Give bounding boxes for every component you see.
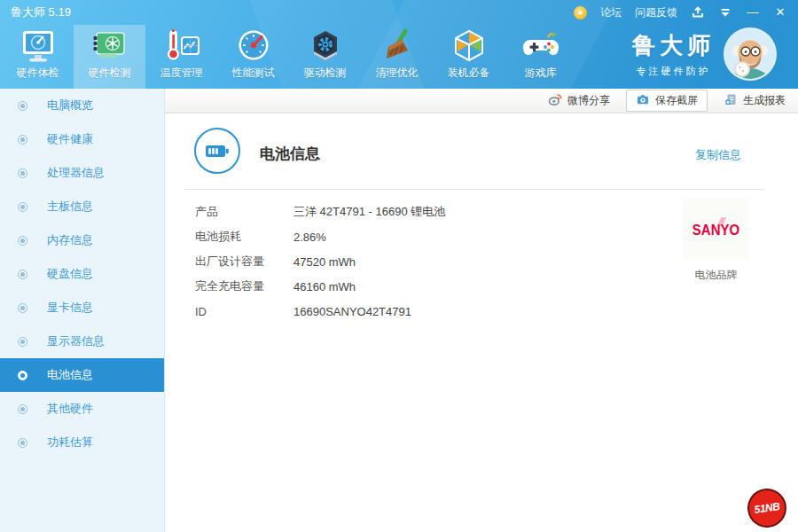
table-row: 电池损耗2.86% <box>195 224 585 249</box>
sidebar-item-memory-info[interactable]: 内存信息 <box>0 223 164 257</box>
action-bar: 微博分享 保存截屏 生成报表 <box>165 89 798 113</box>
gamepad-icon <box>521 27 560 65</box>
row-value: 2.86% <box>293 231 326 244</box>
radio-icon <box>18 270 27 279</box>
radio-icon <box>18 236 27 246</box>
51nb-watermark-logo: 51NB <box>745 486 789 530</box>
app-title: 鲁大师 5.19 <box>11 4 71 20</box>
broom-icon <box>378 27 417 65</box>
toolbar-item-label: 装机必备 <box>448 66 490 81</box>
weibo-icon <box>548 92 562 109</box>
watermark-text: 51NB <box>754 500 780 516</box>
sidebar-item-display-info[interactable]: 显示器信息 <box>0 325 164 358</box>
row-value: 47520 mWh <box>293 255 356 269</box>
weibo-share-button[interactable]: 微博分享 <box>548 92 610 109</box>
table-row: ID16690SANYO42T4791 <box>195 299 585 324</box>
share-icon[interactable] <box>691 5 705 20</box>
radio-icon <box>18 101 27 111</box>
close-icon[interactable]: ✕ <box>773 5 787 20</box>
sidebar-item-label: 硬盘信息 <box>47 266 93 282</box>
save-screenshot-label: 保存截屏 <box>655 93 698 108</box>
toolbar-item-label: 硬件检测 <box>89 66 131 81</box>
gpu-card-icon <box>90 27 129 65</box>
radio-icon <box>18 303 27 313</box>
toolbar-item-temperature[interactable]: 温度管理 <box>145 25 217 89</box>
sidebar-item-label: 功耗估算 <box>47 434 93 450</box>
toolbar-item-games[interactable]: 游戏库 <box>505 25 576 89</box>
table-row: 出厂设计容量47520 mWh <box>195 249 585 274</box>
feedback-link[interactable]: 问题反馈 <box>635 5 677 20</box>
toolbar-item-hardware-detect[interactable]: 硬件检测 <box>74 25 145 89</box>
toolbar-item-cleanup[interactable]: 清理优化 <box>361 25 433 89</box>
mascot-avatar <box>725 29 775 79</box>
radio-icon <box>18 337 27 347</box>
toolbar-item-label: 游戏库 <box>525 66 557 81</box>
row-label: 完全充电容量 <box>195 278 293 294</box>
toolbar-item-label: 驱动检测 <box>304 66 347 81</box>
generate-report-button[interactable]: 生成报表 <box>724 92 786 109</box>
toolbar-item-driver[interactable]: 驱动检测 <box>289 25 361 89</box>
sidebar-item-motherboard-info[interactable]: 主板信息 <box>0 190 164 223</box>
sidebar-item-label: 电脑概览 <box>47 98 93 113</box>
gauge-icon <box>234 27 273 65</box>
sidebar-item-label: 处理器信息 <box>47 165 105 181</box>
sidebar-item-power-estimate[interactable]: 功耗估算 <box>0 426 164 459</box>
row-value: 三洋 42T4791 - 16690 锂电池 <box>293 204 445 220</box>
row-label: 出厂设计容量 <box>195 254 293 270</box>
menu-arrow-icon[interactable] <box>718 5 732 20</box>
sanyo-logo-text: SANYO <box>692 220 739 237</box>
save-screenshot-button[interactable]: 保存截屏 <box>626 90 708 112</box>
cube-icon <box>450 27 489 65</box>
table-row: 完全充电容量46160 mWh <box>195 274 585 299</box>
sidebar-item-label: 电池信息 <box>47 367 93 383</box>
toolbar-item-label: 清理优化 <box>376 66 419 81</box>
brand-name: 鲁大师 <box>632 30 715 61</box>
radio-selected-icon <box>18 371 27 380</box>
battery-info-panel: 电池信息 复制信息 产品三洋 42T4791 - 16690 锂电池 电池损耗2… <box>165 113 798 532</box>
radio-icon <box>18 135 27 145</box>
brand-slogan: 专注硬件防护 <box>632 65 715 78</box>
sidebar-item-cpu-info[interactable]: 处理器信息 <box>0 156 164 190</box>
thermometer-chart-icon <box>162 27 201 65</box>
radio-icon <box>18 202 27 212</box>
sidebar: 电脑概览 硬件健康 处理器信息 主板信息 内存信息 硬盘信息 显卡信息 显示器信… <box>0 89 165 532</box>
medal-icon[interactable] <box>574 6 587 20</box>
row-value: 16690SANYO42T4791 <box>293 305 411 318</box>
forum-link[interactable]: 论坛 <box>600 5 622 20</box>
toolbar-item-hardware-checkup[interactable]: 硬件体检 <box>2 25 74 89</box>
toolbar-item-label: 硬件体检 <box>17 66 59 81</box>
camera-icon <box>636 92 650 109</box>
sidebar-item-battery-info[interactable]: 电池信息 <box>0 358 164 392</box>
toolbar-item-essentials[interactable]: 装机必备 <box>433 25 505 89</box>
table-row: 产品三洋 42T4791 - 16690 锂电池 <box>195 200 585 224</box>
monitor-scan-icon <box>19 27 58 65</box>
row-label: 电池损耗 <box>195 229 293 245</box>
toolbar-item-label: 温度管理 <box>160 66 203 81</box>
titlebar: 鲁大师 5.19 论坛 问题反馈 — ✕ <box>0 0 798 25</box>
sidebar-item-hardware-health[interactable]: 硬件健康 <box>0 122 164 156</box>
generate-report-label: 生成报表 <box>743 93 786 108</box>
sidebar-item-gpu-info[interactable]: 显卡信息 <box>0 291 164 325</box>
gear-hexagon-icon <box>306 27 345 65</box>
copy-info-link[interactable]: 复制信息 <box>695 147 741 163</box>
page-title: 电池信息 <box>260 144 320 164</box>
battery-icon <box>194 128 240 174</box>
sidebar-item-disk-info[interactable]: 硬盘信息 <box>0 257 164 291</box>
sidebar-item-label: 硬件健康 <box>47 131 93 147</box>
radio-icon <box>18 438 27 448</box>
weibo-share-label: 微博分享 <box>567 93 610 108</box>
app-header: 鲁大师 5.19 论坛 问题反馈 — ✕ 硬件体检 硬件检测 <box>0 0 798 89</box>
radio-icon <box>18 404 27 414</box>
row-label: ID <box>195 305 293 318</box>
row-value: 46160 mWh <box>293 280 356 293</box>
radio-icon <box>18 168 27 178</box>
toolbar-item-performance[interactable]: 性能测试 <box>217 25 289 89</box>
divider <box>184 189 764 190</box>
sidebar-item-other-hardware[interactable]: 其他硬件 <box>0 392 164 426</box>
sidebar-item-label: 内存信息 <box>47 232 93 248</box>
toolbar-item-label: 性能测试 <box>232 66 275 81</box>
minimize-icon[interactable]: — <box>746 5 760 20</box>
sanyo-logo: SANYO <box>683 198 749 260</box>
sidebar-item-pc-overview[interactable]: 电脑概览 <box>0 89 164 122</box>
sidebar-item-label: 其他硬件 <box>47 401 93 417</box>
